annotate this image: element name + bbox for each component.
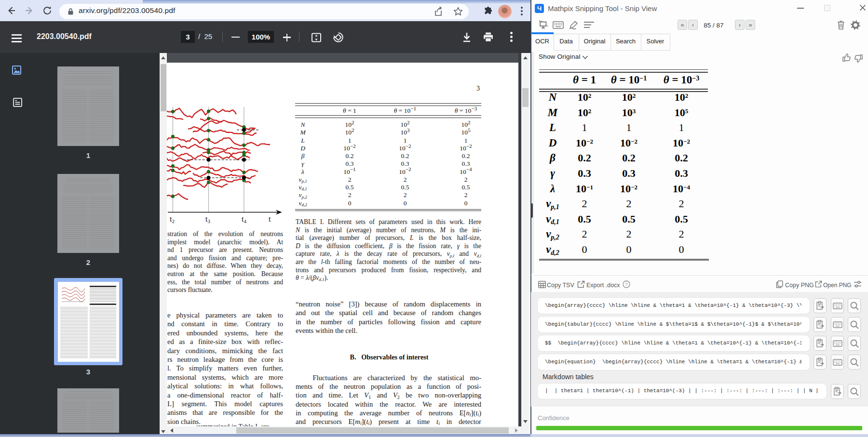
svg-text:?: ? [625, 281, 627, 287]
